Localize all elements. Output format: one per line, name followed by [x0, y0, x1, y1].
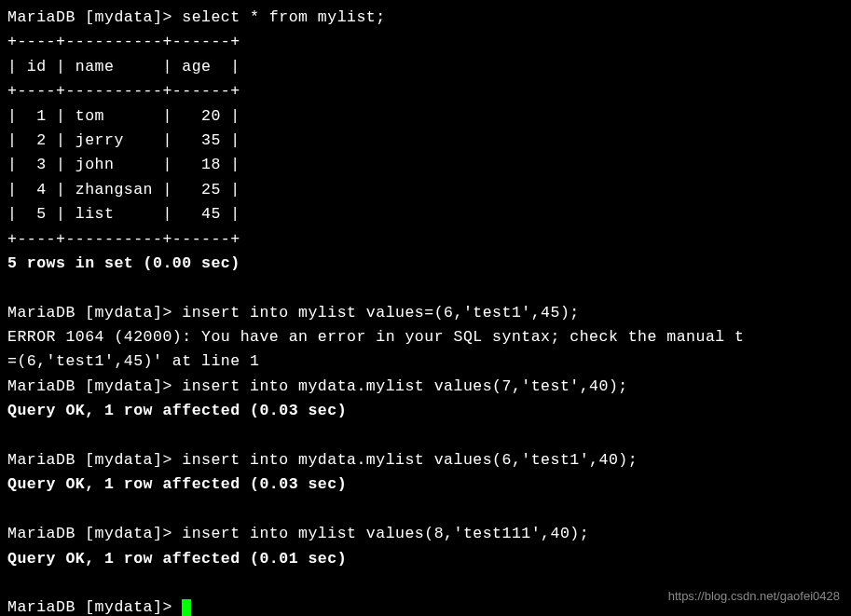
result4: Query OK, 1 row affected (0.03 sec)	[7, 472, 844, 497]
cursor-icon	[182, 599, 191, 616]
table-row: | 3 | john | 18 |	[7, 153, 844, 177]
result3: Query OK, 1 row affected (0.03 sec)	[7, 399, 844, 423]
query-text: insert into mylist values=(6,'test1',45)…	[182, 304, 579, 322]
blank1	[7, 276, 844, 300]
table-row: | 1 | tom | 20 |	[7, 104, 844, 129]
table-sep-mid: +----+----------+------+	[7, 79, 844, 103]
prompt: MariaDB [mydata]>	[7, 377, 182, 395]
result5: Query OK, 1 row affected (0.01 sec)	[7, 547, 844, 571]
table-row: | 4 | zhangsan | 25 |	[7, 178, 844, 202]
query-text: insert into mydata.mylist values(6,'test…	[182, 451, 638, 469]
error-line2: =(6,'test1',45)' at line 1	[7, 349, 844, 374]
result1: 5 rows in set (0.00 sec)	[7, 252, 844, 276]
prompt: MariaDB [mydata]>	[7, 8, 182, 26]
table-sep-bot: +----+----------+------+	[7, 227, 844, 252]
prompt: MariaDB [mydata]>	[7, 451, 182, 469]
line-query4: MariaDB [mydata]> insert into mydata.myl…	[7, 448, 844, 472]
prompt: MariaDB [mydata]>	[7, 525, 182, 542]
query-text: insert into mylist values(8,'test111',40…	[182, 525, 589, 542]
error-line1: ERROR 1064 (42000): You have an error in…	[7, 325, 844, 349]
prompt: MariaDB [mydata]>	[7, 304, 182, 322]
watermark-text: https://blog.csdn.net/gaofei0428	[668, 587, 840, 607]
query-text: insert into mydata.mylist values(7,'test…	[182, 377, 627, 395]
blank2	[7, 424, 844, 448]
line-query1: MariaDB [mydata]> select * from mylist;	[7, 6, 844, 30]
query-text: select * from mylist;	[182, 8, 385, 26]
blank3	[7, 498, 844, 522]
line-query2: MariaDB [mydata]> insert into mylist val…	[7, 301, 844, 325]
prompt: MariaDB [mydata]>	[7, 598, 182, 616]
table-row: | 2 | jerry | 35 |	[7, 129, 844, 153]
table-row: | 5 | list | 45 |	[7, 202, 844, 226]
line-query5: MariaDB [mydata]> insert into mylist val…	[7, 522, 844, 546]
line-query3: MariaDB [mydata]> insert into mydata.myl…	[7, 375, 844, 399]
table-header: | id | name | age |	[7, 55, 844, 79]
table-sep-top: +----+----------+------+	[7, 30, 844, 54]
